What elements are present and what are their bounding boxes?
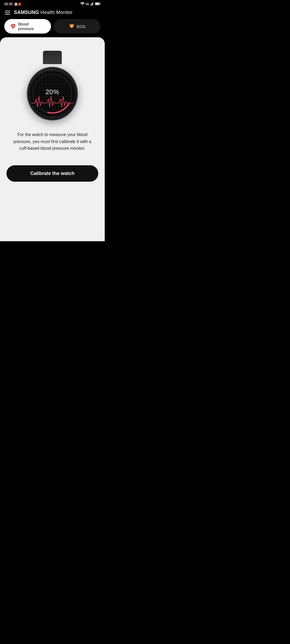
time-display: 22:32 [4, 2, 13, 6]
bottom-spacer [0, 220, 105, 241]
tab-bar: Blood pressure ECG [0, 19, 105, 37]
watch-illustration: 20% [0, 37, 105, 120]
watch-case: 20% [27, 67, 78, 120]
heart-pulse-icon [10, 23, 16, 29]
svg-rect-7 [96, 3, 99, 5]
signal-bars [90, 2, 94, 6]
watch-wrapper: 20% [23, 51, 82, 120]
status-left: 22:32 🖼️ 🔴 [4, 2, 21, 6]
watch-face: 20% [30, 71, 75, 116]
tab-blood-pressure-label: Blood pressure [18, 22, 45, 31]
calibrate-button[interactable]: Calibrate the watch [6, 165, 98, 182]
svg-rect-6 [100, 3, 100, 5]
wifi-icon [80, 2, 85, 6]
tab-ecg[interactable]: ECG [54, 19, 100, 34]
tab-ecg-label: ECG [77, 24, 86, 29]
app-title: SAMSUNG Health Monitor [14, 10, 73, 15]
description-text: For the watch to measure your blood pres… [0, 120, 105, 152]
svg-rect-4 [93, 2, 93, 5]
svg-rect-2 [91, 4, 92, 5]
title-monitor: Monitor [56, 10, 73, 15]
tab-blood-pressure[interactable]: Blood pressure [4, 19, 51, 34]
svg-point-0 [82, 5, 83, 6]
title-samsung: SAMSUNG [14, 10, 39, 15]
title-health: Health [39, 10, 56, 15]
ecg-heart-icon [69, 23, 75, 29]
signal-5g: 5G [86, 3, 89, 6]
app-header: SAMSUNG Health Monitor [0, 7, 105, 19]
status-right: 5G [80, 2, 100, 6]
status-bar: 22:32 🖼️ 🔴 5G [0, 0, 105, 7]
menu-button[interactable] [5, 11, 10, 14]
notification-icons: 🖼️ 🔴 [14, 3, 21, 6]
main-content: 20% For the watch to measure your blood … [0, 37, 105, 220]
battery-icon [95, 2, 100, 6]
watch-percentage: 20% [45, 88, 59, 96]
svg-rect-3 [92, 3, 92, 5]
watch-band-top [43, 51, 62, 64]
svg-rect-1 [90, 5, 91, 5]
